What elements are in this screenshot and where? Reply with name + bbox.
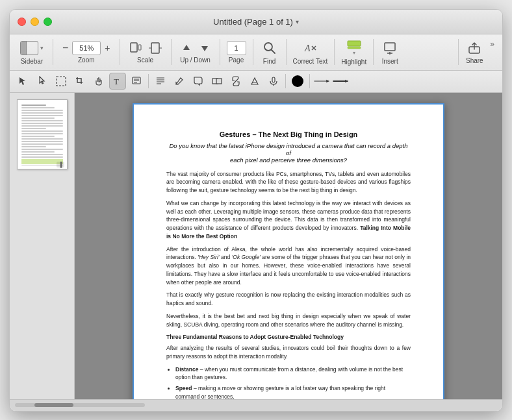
audio-tool[interactable] [265,73,282,90]
thumb-page-num: ▐ [57,162,64,167]
more-tools-button[interactable]: » [487,38,497,50]
svg-line-6 [271,49,275,53]
reasons-list: Distance – when you must communicate fro… [175,365,411,399]
toolbar-group-find: Find [257,40,282,65]
divider-3 [171,39,172,65]
correct-text-button[interactable]: A [300,40,320,56]
svg-rect-10 [348,41,361,46]
traffic-lights [18,18,52,26]
share-button[interactable] [465,40,483,56]
page-down-button[interactable] [196,41,213,55]
insert-label: Insert [382,58,398,65]
thumb-line [21,154,63,155]
find-button[interactable] [260,40,279,56]
correct-text-label: Correct Text [293,58,328,65]
bottom-bar [10,399,502,411]
note-tool[interactable] [128,73,145,90]
correct-text-icon: A [303,41,317,55]
title-bar-center: Untitled (Page 1 of 1) ▾ [213,17,299,27]
reason-2: Speed – making a move or showing gesture… [175,384,411,399]
zoom-out-button[interactable]: − [60,41,71,55]
select-tool[interactable] [53,73,70,90]
toolbar-group-scale: Scale [124,41,167,64]
scale-page-icon [149,42,162,54]
page-sidebar: ▐ [10,93,75,399]
main-window: Untitled (Page 1 of 1) ▾ ▾ Sidebar − 51%… [9,9,503,412]
up-arrow-icon [181,42,192,54]
toolbar-group-page: 1 Page [224,41,249,64]
page-thumbnail-1[interactable]: ▐ [17,99,68,169]
divider-6 [286,39,287,65]
thumb-lines [20,103,64,166]
window-title: Untitled (Page 1 of 1) [213,17,293,27]
thumb-line [21,156,63,158]
close-button[interactable] [18,18,26,26]
sidebar-label: Sidebar [21,58,43,65]
dropdown-icon: ▾ [40,45,44,51]
thumb-line [21,151,55,153]
link-icon [231,76,241,86]
divider-8 [373,39,374,65]
toolbar-group-correct-text: A Correct Text [290,40,331,65]
text-tool[interactable]: T [109,73,126,90]
find-label: Find [263,58,275,65]
paragraph-2: What we can change by incorporating this… [166,199,411,241]
title-dropdown-icon[interactable]: ▾ [296,18,299,25]
divider-1 [53,39,53,65]
paragraph-icon [155,76,166,86]
down-arrow-icon [199,42,211,54]
paragraph-tool[interactable] [152,73,169,90]
line-thick-tool[interactable] [332,73,349,90]
hand-tool[interactable] [90,73,107,90]
thumb-line [21,130,63,132]
shapes-tool[interactable] [209,73,225,90]
redact-tool[interactable] [246,73,263,90]
divider-tool-2 [285,74,286,88]
arrow-select-tool[interactable] [15,73,32,90]
toolbar-row2: T [10,71,502,93]
divider-7 [334,39,335,65]
pointer-tool[interactable] [34,73,51,90]
updown-controls [178,41,213,55]
toolbar-group-zoom: − 51% + Zoom [57,41,116,64]
thumb-content [20,103,64,166]
insert-button[interactable] [380,40,400,56]
thumb-line [21,117,55,119]
scroll-track[interactable] [15,403,145,407]
scroll-thumb[interactable] [34,403,73,407]
document-body: The vast majority of consumer products l… [166,170,411,399]
maximize-button[interactable] [44,18,52,26]
main-area: ▐ Gestures – The Next Big Thing in Desig… [10,93,502,399]
note-icon [131,76,142,86]
crop-icon [75,76,85,86]
page-up-button[interactable] [178,41,195,55]
redact-icon [250,76,260,86]
bubble-tool[interactable] [190,73,207,90]
circle-icon [292,75,303,87]
updown-label: Up / Down [180,56,211,64]
link-tool[interactable] [227,73,244,90]
divider-5 [253,39,253,65]
highlight-button[interactable]: ▾ [344,39,364,57]
page-label: Page [229,56,244,64]
audio-icon [268,76,279,86]
share-label: Share [466,57,483,64]
title-bar: Untitled (Page 1 of 1) ▾ [10,10,502,34]
toolbar-group-highlight: ▾ Highlight [339,39,369,66]
scale-fit-button[interactable] [127,41,145,55]
zoom-in-button[interactable]: + [102,42,112,55]
svg-rect-0 [131,43,137,52]
sidebar-button[interactable]: ▾ [18,40,46,56]
line-thick-icon [332,77,349,86]
line-thin-tool[interactable] [313,73,330,90]
search-icon [262,41,277,55]
pencil-tool[interactable] [171,73,188,90]
thumb-line [21,133,63,134]
crop-tool[interactable] [71,73,88,90]
divider-tool-1 [148,74,149,88]
paragraph-5: Nevertheless, it is the best bet and nex… [166,312,411,329]
scale-controls [127,41,164,55]
scale-page-button[interactable] [146,41,164,55]
circle-tool[interactable] [289,73,306,90]
minimize-button[interactable] [31,18,39,26]
